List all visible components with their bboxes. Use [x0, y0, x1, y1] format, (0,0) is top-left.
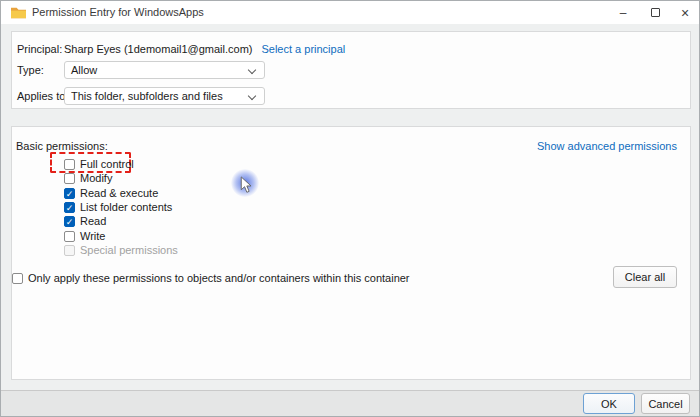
- permission-label: Read & execute: [80, 187, 158, 199]
- select-principal-link[interactable]: Select a principal: [261, 43, 345, 55]
- applies-to-dropdown-value: This folder, subfolders and files: [71, 90, 223, 102]
- minimize-icon: –: [620, 6, 627, 20]
- type-row: Type: Allow: [17, 61, 265, 79]
- write-checkbox[interactable]: [64, 231, 75, 242]
- permission-label: Special permissions: [80, 244, 178, 256]
- permission-label: List folder contents: [80, 201, 172, 213]
- permission-row-write: Write: [64, 230, 105, 242]
- permission-label: Read: [80, 215, 106, 227]
- principal-row: Principal: Sharp Eyes (1demomail1@gmail.…: [17, 42, 345, 55]
- close-icon: ×: [681, 5, 689, 21]
- show-advanced-permissions-link[interactable]: Show advanced permissions: [537, 140, 677, 152]
- type-dropdown-value: Allow: [71, 64, 97, 76]
- list-folder-contents-checkbox[interactable]: ✓: [64, 202, 75, 213]
- applies-to-label: Applies to:: [17, 90, 64, 102]
- type-dropdown[interactable]: Allow: [64, 61, 265, 79]
- modify-checkbox[interactable]: [64, 173, 75, 184]
- read-checkbox[interactable]: ✓: [64, 216, 75, 227]
- principal-value: Sharp Eyes (1demomail1@gmail.com): [64, 43, 252, 55]
- permission-label: Modify: [80, 172, 112, 184]
- type-label: Type:: [17, 64, 64, 76]
- applies-to-dropdown[interactable]: This folder, subfolders and files: [64, 87, 265, 105]
- permission-entry-dialog: Permission Entry for WindowsApps – × Pri…: [0, 0, 700, 417]
- applies-to-row: Applies to: This folder, subfolders and …: [17, 87, 265, 105]
- principal-label: Principal:: [17, 43, 64, 55]
- folder-icon: [11, 6, 26, 19]
- clear-all-button[interactable]: Clear all: [613, 266, 677, 288]
- permission-row-read: ✓ Read: [64, 215, 106, 227]
- only-apply-label: Only apply these permissions to objects …: [28, 272, 410, 284]
- maximize-icon: [651, 8, 660, 17]
- permission-row-list-folder-contents: ✓ List folder contents: [64, 201, 172, 213]
- minimize-button[interactable]: –: [611, 1, 635, 24]
- only-apply-checkbox[interactable]: [12, 273, 23, 284]
- close-button[interactable]: ×: [673, 1, 697, 24]
- chevron-down-icon: [248, 92, 256, 100]
- only-apply-row: Only apply these permissions to objects …: [12, 272, 410, 284]
- window-title: Permission Entry for WindowsApps: [32, 6, 204, 18]
- permission-row-read-execute: ✓ Read & execute: [64, 187, 158, 199]
- full-control-checkbox[interactable]: [64, 159, 75, 170]
- basic-permissions-label: Basic permissions:: [16, 140, 108, 152]
- read-execute-checkbox[interactable]: ✓: [64, 188, 75, 199]
- permission-label: Write: [80, 230, 105, 242]
- maximize-button[interactable]: [643, 1, 667, 24]
- ok-button[interactable]: OK: [583, 393, 635, 414]
- permission-label: Full control: [80, 158, 134, 170]
- cancel-button[interactable]: Cancel: [641, 393, 690, 414]
- chevron-down-icon: [248, 66, 256, 74]
- titlebar: Permission Entry for WindowsApps – ×: [1, 1, 699, 24]
- permission-row-full-control: Full control: [64, 158, 134, 170]
- permission-row-modify: Modify: [64, 172, 112, 184]
- permission-row-special-permissions: Special permissions: [64, 244, 178, 256]
- special-permissions-checkbox: [64, 245, 75, 256]
